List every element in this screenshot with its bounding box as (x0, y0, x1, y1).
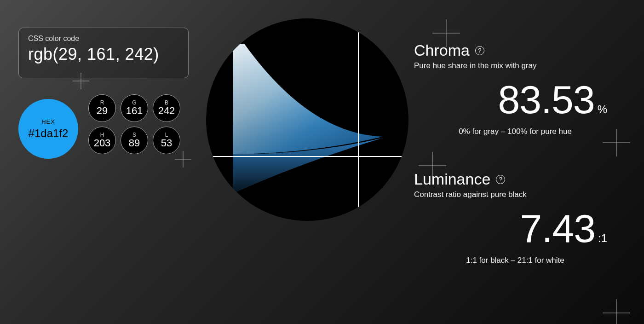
crosshair-vertical-line (358, 18, 359, 221)
chip-g: G161 (121, 94, 148, 122)
chroma-title: Chroma ? (414, 41, 616, 59)
luminance-caption: 1:1 for black – 21:1 for white (414, 256, 616, 265)
luminance-panel: Luminance ? Contrast ratio against pure … (414, 170, 616, 265)
hex-value: #1da1f2 (29, 127, 69, 140)
css-code-box[interactable]: CSS color code rgb(29, 161, 242) (18, 28, 189, 78)
chroma-luminance-shape-icon (230, 44, 385, 193)
css-code-value: rgb(29, 161, 242) (28, 45, 179, 64)
chroma-subtitle: Pure hue share in the mix with gray (414, 61, 616, 70)
crosshair-horizontal-line (206, 156, 408, 157)
hex-swatch[interactable]: HEX #1da1f2 (18, 99, 78, 159)
chroma-caption: 0% for gray – 100% for pure hue (414, 127, 616, 136)
css-code-label: CSS color code (28, 35, 179, 43)
chip-h: H203 (88, 127, 116, 154)
help-icon[interactable]: ? (475, 46, 484, 55)
chip-s: S89 (121, 127, 148, 154)
hex-label: HEX (41, 118, 55, 125)
color-chip-grid: R29 G161 B242 H203 S89 L53 (88, 94, 180, 154)
chroma-panel: Chroma ? Pure hue share in the mix with … (414, 41, 616, 136)
help-icon[interactable]: ? (496, 175, 505, 184)
color-space-visualization[interactable] (206, 18, 408, 221)
crosshair-icon (603, 299, 630, 324)
chroma-value: 83.53% (414, 77, 607, 122)
chip-r: R29 (88, 94, 116, 122)
chip-b: B242 (153, 94, 180, 122)
luminance-subtitle: Contrast ratio against pure black (414, 190, 616, 199)
luminance-value: 7.43:1 (414, 206, 607, 251)
chip-l: L53 (153, 127, 180, 154)
luminance-title: Luminance ? (414, 170, 616, 188)
